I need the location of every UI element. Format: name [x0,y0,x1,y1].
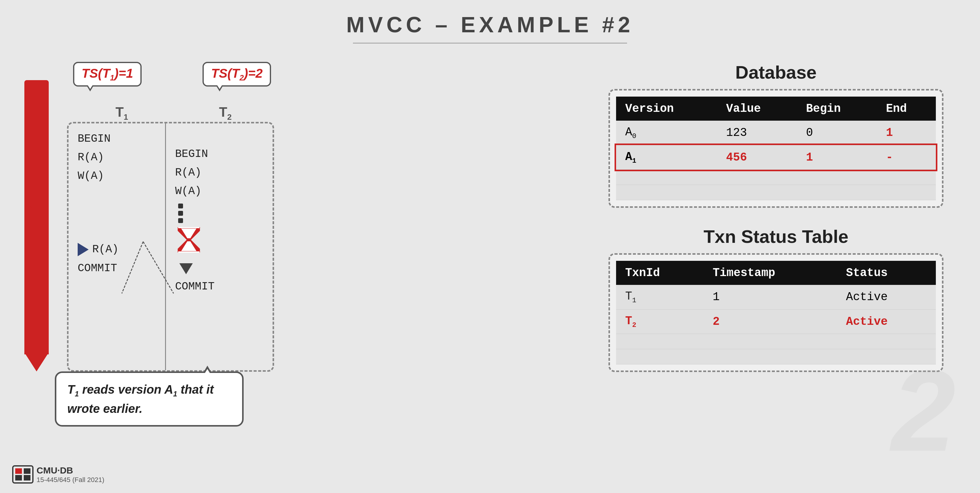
txn-row-t1: T1 1 Active [616,285,936,309]
right-panel: Database Version Value Begin End [608,62,943,372]
annotation-bubble: T1 reads version A1 that it wrote earlie… [55,372,243,427]
svg-rect-9 [24,468,30,474]
ts2-callout: TS(T2)=2 [202,62,271,86]
db-a1-end: - [877,145,936,170]
db-a0-version: A0 [616,121,717,145]
txn-t1-id: T1 [616,285,703,309]
db-row-empty1 [616,170,936,185]
t2-begin: BEGIN [175,145,257,163]
time-arrow: TIME [24,80,49,354]
txn-row-empty1 [616,334,936,349]
db-col-value: Value [717,97,797,121]
db-a0-begin: 0 [797,121,877,145]
txn-status-table-container: TxnId Timestamp Status T1 1 Active [608,253,943,372]
db-a0-end: 1 [877,121,936,145]
database-table: Version Value Begin End A0 123 0 1 [616,97,936,200]
db-col-begin: Begin [797,97,877,121]
txn-t2-id: T2 [616,309,703,334]
svg-rect-8 [15,468,22,474]
left-panel: TIME TS(T1)=1 TS(T2)=2 T1 [24,62,578,372]
schedule-box: BEGIN R(A) W(A) R(A) COMMIT BEGIN R(A) W… [67,122,274,372]
t1-ra2: R(A) [92,240,118,259]
txn-status-table: TxnId Timestamp Status T1 1 Active [616,261,936,364]
cmu-course: 15-445/645 (Fall 2021) [37,476,105,484]
txn-t1-status: Active [837,285,936,309]
schedule-headers: T1 T2 [67,105,578,122]
database-table-container: Version Value Begin End A0 123 0 1 [608,89,943,208]
t1-commit: COMMIT [78,259,159,278]
db-a0-value: 123 [717,121,797,145]
txn-row-empty2 [616,349,936,364]
db-row-a1: A1 456 1 - [616,145,936,170]
svg-rect-10 [15,475,22,480]
time-label: TIME [21,182,52,253]
t2-wa: W(A) [175,182,257,201]
hourglass-icon [177,226,201,254]
t1-column: BEGIN R(A) W(A) R(A) COMMIT [68,123,166,370]
t2-header-label: T2 [183,105,268,122]
db-a1-version: A1 [616,145,717,170]
cmu-logo-text: CMU·DB [37,465,105,476]
t2-commit: COMMIT [175,277,257,296]
txn-row-t2: T2 2 Active [616,309,936,334]
t2-column: BEGIN R(A) W(A) [166,123,263,370]
db-a1-value: 456 [717,145,797,170]
db-row-a0: A0 123 0 1 [616,121,936,145]
page-title: MVCC – EXAMPLE #2 [0,0,980,37]
database-title: Database [608,62,943,83]
t2-arrow-down [179,263,193,274]
cmu-logo: CMU·DB 15-445/645 (Fall 2021) [12,465,105,484]
t2-ra: R(A) [175,163,257,182]
schedule-container: TS(T1)=1 TS(T2)=2 T1 T2 BEGIN [67,62,578,372]
t1-ra: R(A) [78,148,159,167]
t1-arrow-right [78,243,89,256]
database-section: Database Version Value Begin End [608,62,943,208]
txn-t1-timestamp: 1 [703,285,837,309]
db-col-version: Version [616,97,717,121]
time-arrow-head [25,354,48,372]
db-row-empty2 [616,185,936,200]
txn-status-section: Txn Status Table TxnId Timestamp Status … [608,226,943,372]
txn-col-timestamp: Timestamp [703,261,837,285]
t1-wa: W(A) [78,167,159,185]
cmu-db-icon [12,465,33,483]
svg-rect-11 [24,475,30,480]
ts1-callout: TS(T1)=1 [73,62,142,86]
txn-col-status: Status [837,261,936,285]
txn-status-title: Txn Status Table [608,226,943,247]
t1-begin: BEGIN [78,129,159,148]
txn-t2-status: Active [837,309,936,334]
db-a1-begin: 1 [797,145,877,170]
txn-t2-timestamp: 2 [703,309,837,334]
db-col-end: End [877,97,936,121]
txn-col-txnid: TxnId [616,261,703,285]
t1-header-label: T1 [79,105,164,122]
